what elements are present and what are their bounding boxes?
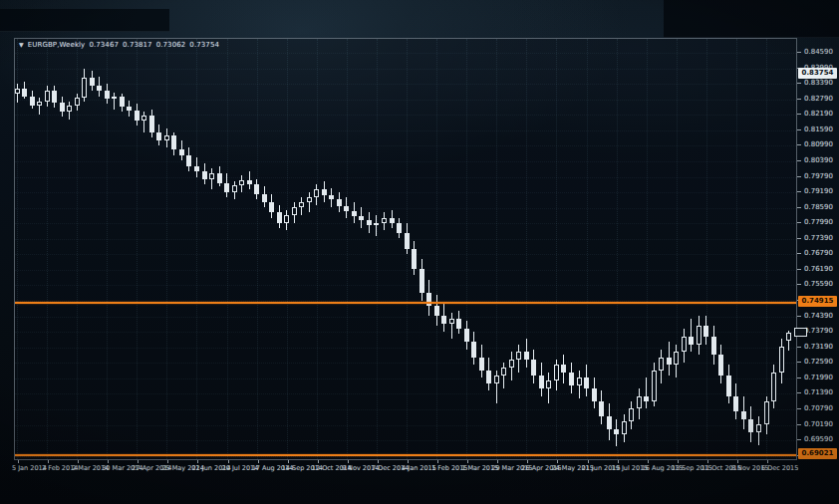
candle-body-bull bbox=[45, 91, 50, 102]
candle-body-bear bbox=[479, 358, 484, 371]
time-axis-tick bbox=[48, 460, 49, 463]
price-axis-tick bbox=[797, 114, 801, 115]
grid-line-horizontal bbox=[15, 378, 796, 379]
candle-body-bull bbox=[164, 135, 169, 140]
candle-wick bbox=[646, 378, 647, 408]
candle-body-bear bbox=[441, 316, 446, 324]
horizontal-line[interactable] bbox=[15, 454, 796, 456]
candle-body-bull bbox=[15, 89, 20, 95]
grid-line-horizontal bbox=[15, 130, 796, 131]
candle-body-bear bbox=[247, 180, 252, 184]
candle-body-bear bbox=[405, 233, 410, 249]
candle-body-bear bbox=[420, 269, 424, 292]
time-axis-tick bbox=[527, 460, 528, 463]
price-axis-label: 0.72590 bbox=[804, 358, 833, 366]
price-axis-label: 0.80990 bbox=[804, 140, 833, 148]
candle-wick bbox=[451, 313, 452, 339]
candle-body-bear bbox=[337, 199, 342, 205]
grid-line-horizontal bbox=[15, 192, 796, 193]
trading-terminal-screenshot: { "window": { "symbol_marker": "▼", "tit… bbox=[0, 0, 839, 504]
price-axis-label: 0.73190 bbox=[804, 343, 833, 351]
candle-body-bear bbox=[584, 378, 589, 387]
candle-body-bear bbox=[52, 91, 57, 103]
candle-body-bear bbox=[569, 373, 574, 385]
price-axis-tick bbox=[797, 129, 801, 130]
hline-price-tag: 0.69021 bbox=[798, 448, 837, 459]
candle-body-bear bbox=[667, 358, 672, 366]
candle-body-bear bbox=[149, 116, 154, 132]
time-axis-tick bbox=[78, 460, 79, 463]
time-axis-tick bbox=[737, 460, 738, 463]
candle-body-bear bbox=[726, 376, 731, 396]
price-axis-label: 0.73790 bbox=[804, 327, 833, 335]
candle-body-bull bbox=[141, 116, 146, 121]
grid-line-horizontal bbox=[15, 348, 796, 349]
price-axis-label: 0.76790 bbox=[804, 249, 833, 257]
candle-body-bear bbox=[344, 206, 349, 211]
grid-line-vertical bbox=[287, 39, 288, 459]
candle-body-bear bbox=[397, 223, 402, 233]
candle-body-bull bbox=[232, 185, 237, 191]
price-axis-tick bbox=[797, 408, 801, 409]
time-axis-tick bbox=[167, 460, 168, 463]
grid-line-horizontal bbox=[15, 254, 796, 255]
candle-body-bear bbox=[689, 337, 694, 345]
candle-body-bear bbox=[105, 91, 110, 99]
price-axis-tick bbox=[797, 144, 801, 145]
candle-wick bbox=[376, 215, 377, 236]
price-axis-tick bbox=[797, 222, 801, 223]
time-axis-tick bbox=[138, 460, 139, 463]
candle-body-bear bbox=[352, 211, 357, 216]
price-axis-tick bbox=[797, 191, 801, 192]
price-axis-label: 0.82790 bbox=[804, 95, 833, 103]
time-axis-tick bbox=[318, 460, 319, 463]
candle-body-bull bbox=[307, 197, 312, 202]
candle-body-bull bbox=[112, 97, 117, 100]
candle-body-bear bbox=[748, 419, 753, 432]
candle-body-bull bbox=[449, 319, 454, 324]
price-axis-label: 0.78590 bbox=[804, 203, 833, 211]
grid-line-horizontal bbox=[15, 332, 796, 333]
candle-body-bull bbox=[652, 371, 657, 401]
candle-body-bear bbox=[171, 135, 176, 149]
candle-body-bull bbox=[37, 102, 42, 106]
price-axis-label: 0.74390 bbox=[804, 312, 833, 320]
grid-line-horizontal bbox=[15, 409, 796, 410]
candle-body-bull bbox=[509, 360, 514, 368]
time-axis-tick bbox=[588, 460, 589, 463]
grid-line-vertical bbox=[706, 39, 707, 459]
price-axis-tick bbox=[797, 238, 801, 239]
horizontal-line[interactable] bbox=[15, 302, 796, 304]
candle-body-bear bbox=[269, 202, 274, 212]
time-axis[interactable]: 5 Jan 20142 Feb 20142 Mar 201430 Mar 201… bbox=[14, 460, 811, 476]
price-axis[interactable]: 0.845900.839900.833900.827900.821900.815… bbox=[797, 38, 839, 460]
grid-line-horizontal bbox=[15, 53, 796, 54]
candle-body-bear bbox=[561, 365, 566, 373]
candle-body-bear bbox=[22, 89, 27, 97]
candle-body-bear bbox=[741, 411, 746, 419]
candle-body-bull bbox=[577, 378, 582, 385]
time-axis-tick bbox=[437, 460, 438, 463]
candle-body-bear bbox=[135, 111, 140, 121]
candle-body-bear bbox=[97, 86, 102, 91]
candle-body-bull bbox=[546, 380, 551, 388]
candle-body-bull bbox=[314, 189, 319, 197]
background-panel-top-left bbox=[0, 9, 169, 32]
candle-body-bull bbox=[786, 333, 791, 340]
ohlc-open: 0.73467 bbox=[89, 41, 119, 49]
price-axis-tick bbox=[797, 176, 801, 177]
time-axis-tick bbox=[18, 460, 19, 463]
candle-body-bear bbox=[531, 360, 536, 376]
time-axis-tick bbox=[258, 460, 259, 463]
candle-body-bear bbox=[224, 183, 229, 192]
candle-body-bear bbox=[711, 337, 716, 355]
candle-body-bull bbox=[382, 218, 387, 223]
time-axis-tick bbox=[707, 460, 708, 463]
grid-line-horizontal bbox=[15, 115, 796, 116]
candle-body-bear bbox=[90, 78, 95, 86]
price-axis-label: 0.77390 bbox=[804, 234, 833, 242]
candle-body-bear bbox=[329, 195, 334, 199]
candle-body-bear bbox=[412, 249, 417, 270]
candle-wick bbox=[691, 319, 692, 353]
chart-plot-area[interactable]: ▼ EURGBP,Weekly 0.73467 0.73817 0.73062 … bbox=[15, 39, 796, 459]
